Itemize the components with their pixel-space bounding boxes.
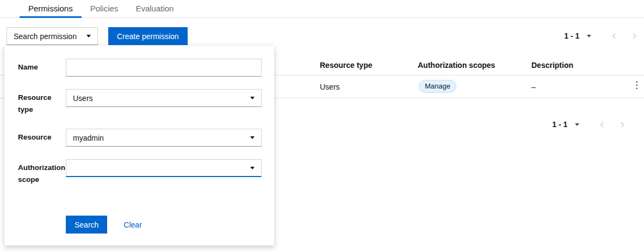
chevron-right-icon[interactable]: › [633,32,636,40]
search-panel-actions: Search Clear [66,216,142,234]
name-input[interactable] [66,59,262,77]
chevron-left-icon[interactable]: ‹ [612,32,616,40]
search-permission-panel: Name Resource type Users Resource myadmi… [4,46,274,245]
chevron-left-icon[interactable]: ‹ [600,120,604,129]
chevron-right-icon[interactable]: › [621,120,624,129]
column-header-authorization-scopes[interactable]: Authorization scopes [418,61,495,70]
create-permission-button[interactable]: Create permission [108,27,188,45]
tab-permissions[interactable]: Permissions [20,0,82,18]
column-header-resource-type[interactable]: Resource type [320,61,372,70]
authorization-scope-label: Authorization scope [18,159,66,186]
pagination-options-caret-icon[interactable] [587,35,591,37]
resource-type-select[interactable]: Users [66,89,262,107]
toolbar: Search permission Create permission [7,27,644,45]
name-label: Name [18,59,66,73]
search-permission-dropdown-toggle[interactable]: Search permission [7,27,98,45]
pagination-options-caret-icon[interactable] [575,123,579,126]
resource-type-label: Resource type [18,89,66,116]
resource-type-select-value: Users [73,94,93,103]
pagination-range: 1 - 1 [564,32,579,40]
resource-type-field-row: Resource type Users [18,89,262,116]
scope-badge: Manage [419,80,456,93]
pagination-top: 1 - 1 ‹ › [564,32,636,40]
caret-down-icon [86,35,91,37]
tabs-bar: Permissions Policies Evaluation [0,0,644,18]
search-permission-dropdown-label: Search permission [14,32,77,41]
clear-button[interactable]: Clear [123,220,141,229]
resource-field-row: Resource myadmin [18,129,262,147]
tab-evaluation[interactable]: Evaluation [127,0,182,18]
authorization-scope-select[interactable] [66,159,262,177]
caret-down-icon [250,167,255,169]
resource-select[interactable]: myadmin [66,129,262,147]
pagination-bottom: 1 - 1 ‹ › [552,120,624,129]
caret-down-icon [250,97,255,99]
search-button[interactable]: Search [66,216,107,234]
resource-select-value: myadmin [73,134,104,142]
row-cell-description: – [531,83,536,91]
kebab-menu-button[interactable]: ⋮ [632,80,641,90]
name-field-row: Name [18,59,262,77]
tab-policies[interactable]: Policies [82,0,127,18]
authorization-scope-field-row: Authorization scope [18,159,262,186]
caret-down-icon [250,136,255,139]
row-cell-resource-type: Users [320,83,340,91]
resource-label: Resource [18,129,66,143]
column-header-description[interactable]: Description [531,61,573,70]
pagination-range: 1 - 1 [552,120,567,129]
